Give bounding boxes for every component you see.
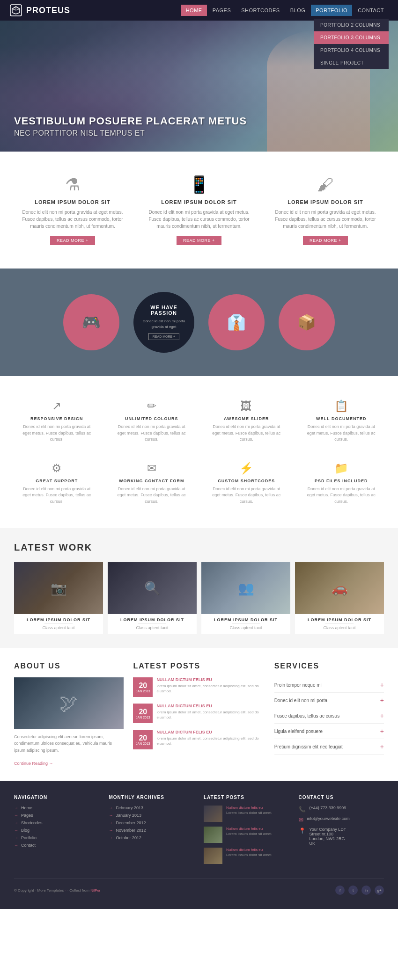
work-title-3: LOREM IPSUM DOLOR SIT bbox=[205, 617, 287, 622]
continue-reading-link[interactable]: Continue Reading → bbox=[14, 761, 53, 766]
dropdown-portfolio-4[interactable]: PORTFOLIO 4 COLUMNS bbox=[314, 44, 389, 57]
why-title-6: WORKING CONTACT FORM bbox=[114, 479, 190, 483]
footer-archive-oct-2012-label: October 2012 bbox=[116, 835, 142, 840]
footer-archives-col: MONTHLY ARCHIVES February 2013 January 2… bbox=[109, 795, 195, 869]
footer-contact-phone: 📞 (+44) 773 339 9999 bbox=[299, 806, 384, 813]
work-item-1[interactable]: 📷 LOREM IPSUM DOLOR SIT Class aptent tac… bbox=[14, 562, 103, 634]
nav-shortcodes[interactable]: SHORTCODES bbox=[236, 5, 284, 16]
post-title-1[interactable]: NULLAM DICTUM FELIS EU bbox=[156, 677, 265, 682]
gamepad-icon: 🎮 bbox=[82, 313, 101, 331]
footer-nav-home[interactable]: Home bbox=[14, 806, 100, 810]
service-label-5: Pretium dignissim elit nec feugiat bbox=[274, 744, 343, 749]
work-sub-1: Class aptent tacit bbox=[18, 625, 99, 630]
footer-nav-shortcodes[interactable]: Shortcodes bbox=[14, 820, 100, 825]
why-title-8: PSD FILES INCLUDED bbox=[303, 479, 380, 483]
passion-section: 🎮 WE HAVE PASSION Donec id elit non mi p… bbox=[0, 269, 398, 376]
work-divider-2 bbox=[138, 624, 166, 624]
feature-item-1: ⚗ LOREM IPSUM DOLOR SIT Donec id elit no… bbox=[14, 170, 131, 250]
footer-nav-pages[interactable]: Pages bbox=[14, 813, 100, 818]
nav-blog[interactable]: BLOG bbox=[286, 5, 310, 16]
passion-text: Donec id elit non mi porta gravida at eg… bbox=[140, 319, 187, 329]
service-item-4[interactable]: Ligula eleifend posuere + bbox=[274, 724, 384, 739]
nav-home[interactable]: HOME bbox=[181, 5, 207, 16]
footer-social: f t in g+ bbox=[335, 886, 384, 895]
footer-bottom: © Copyright - More Templates - - Collect… bbox=[14, 878, 384, 895]
passion-center-circle: WE HAVE PASSION Donec id elit non mi por… bbox=[133, 292, 194, 353]
post-item-3: 20 JAN 2013 NULLAM DICTUM FELIS EU lorem… bbox=[133, 730, 265, 749]
service-item-3[interactable]: Fusce dapibus, tellus ac cursus + bbox=[274, 708, 384, 724]
passion-circle-tie: 👔 bbox=[208, 294, 265, 350]
dropdown-single-project[interactable]: SINGLE PROJECT bbox=[314, 57, 389, 69]
copyright-text: © Copyright - More Templates bbox=[14, 888, 64, 893]
footer-archive-nov-2012[interactable]: November 2012 bbox=[109, 828, 195, 833]
about-title: ABOUT US bbox=[14, 662, 124, 670]
dropdown-portfolio-2[interactable]: PORTFOLIO 2 COLUMNS bbox=[314, 19, 389, 31]
work-item-4[interactable]: 🚗 LOREM IPSUM DOLOR SIT Class aptent tac… bbox=[295, 562, 384, 634]
work-divider-3 bbox=[232, 624, 260, 624]
work-item-2[interactable]: 🔍 LOREM IPSUM DOLOR SIT Class aptent tac… bbox=[108, 562, 197, 634]
service-item-5[interactable]: Pretium dignissim elit nec feugiat + bbox=[274, 739, 384, 755]
footer-archives-title: MONTHLY ARCHIVES bbox=[109, 795, 195, 800]
post-date-month-2: JAN 2013 bbox=[136, 716, 150, 719]
psd-icon: 📁 bbox=[303, 462, 380, 475]
why-item-3: 🖼 AWESOME SLIDER Donec id elit non mi po… bbox=[204, 395, 289, 448]
work-divider-1 bbox=[44, 624, 73, 624]
social-linkedin[interactable]: in bbox=[361, 886, 371, 895]
feature-icon-3: 🖌 bbox=[272, 175, 379, 195]
service-item-1[interactable]: Proin tempor neque mi + bbox=[274, 677, 384, 693]
post-date-2: 20 JAN 2013 bbox=[133, 704, 153, 723]
social-googleplus[interactable]: g+ bbox=[375, 886, 384, 895]
post-text-3: lorem ipsum dolor sit amet, consectetur … bbox=[156, 736, 265, 746]
svg-line-3 bbox=[16, 9, 20, 10]
footer-archive-feb-2013-label: February 2013 bbox=[116, 806, 144, 810]
why-title-2: UNLIMITED COLOURS bbox=[114, 416, 190, 421]
why-text-1: Donec id elit non mi porta gravida at eg… bbox=[19, 424, 95, 443]
nav-portfolio[interactable]: PORTFOLIO bbox=[311, 5, 352, 16]
footer-post-2[interactable]: Nullam dictum felis eu Lorem ipsum dolor… bbox=[204, 827, 289, 843]
feature-title-3: LOREM IPSUM DOLOR SIT bbox=[272, 199, 379, 205]
footer-navigation-col: NAVIGATION Home Pages Shortcodes Blog Po… bbox=[14, 795, 100, 869]
feature-readmore-2[interactable]: Read more + bbox=[177, 236, 221, 245]
footer-nav-blog[interactable]: Blog bbox=[14, 828, 100, 833]
latest-posts-col: LATEST POSTS 20 JAN 2013 NULLAM DICTUM F… bbox=[133, 662, 265, 767]
work-thumb-2: 🔍 bbox=[108, 562, 197, 614]
why-title-1: RESPONSIVE DESIGN bbox=[19, 416, 95, 421]
footer-post-sub-1: Lorem ipsum dolor sit amet. bbox=[226, 811, 273, 815]
service-label-4: Ligula eleifend posuere bbox=[274, 729, 323, 734]
footer-post-thumb-3 bbox=[204, 848, 222, 864]
feature-readmore-1[interactable]: Read more + bbox=[50, 236, 95, 245]
logo[interactable]: PROTEUS bbox=[9, 4, 70, 17]
footer-archive-dec-2012[interactable]: December 2012 bbox=[109, 820, 195, 825]
copyright-link2[interactable]: NilFer bbox=[90, 888, 100, 893]
nav-contact[interactable]: CONTACT bbox=[353, 5, 389, 16]
footer-nav-portfolio[interactable]: Portfolio bbox=[14, 835, 100, 840]
social-twitter[interactable]: t bbox=[348, 886, 358, 895]
location-icon: 📍 bbox=[299, 828, 306, 834]
feature-readmore-3[interactable]: Read more + bbox=[303, 236, 348, 245]
work-title-1: LOREM IPSUM DOLOR SIT bbox=[18, 617, 99, 622]
footer-posts-title: LATEST POSTS bbox=[204, 795, 289, 800]
footer-archive-feb-2013[interactable]: February 2013 bbox=[109, 806, 195, 810]
work-item-3[interactable]: 👥 LOREM IPSUM DOLOR SIT Class aptent tac… bbox=[201, 562, 290, 634]
post-title-2[interactable]: NULLAM DICTUM FELIS EU bbox=[156, 704, 265, 708]
feature-item-3: 🖌 LOREM IPSUM DOLOR SIT Donec id elit no… bbox=[267, 170, 384, 250]
passion-readmore-btn[interactable]: READ MORE + bbox=[148, 333, 179, 340]
dropdown-portfolio-3[interactable]: PORTFOLIO 3 COLUMNS bbox=[314, 31, 389, 44]
post-title-3[interactable]: NULLAM DICTUM FELIS EU bbox=[156, 730, 265, 734]
footer-post-1[interactable]: Nullam dictum felis eu Lorem ipsum dolor… bbox=[204, 806, 289, 822]
why-item-1: ↗ RESPONSIVE DESIGN Donec id elit non mi… bbox=[14, 395, 100, 448]
work-sub-2: Class aptent tacit bbox=[111, 625, 193, 630]
service-item-2[interactable]: Donec id elit non mi porta + bbox=[274, 693, 384, 708]
service-plus-4: + bbox=[380, 727, 384, 735]
footer-archive-jan-2013[interactable]: January 2013 bbox=[109, 813, 195, 818]
footer-post-3[interactable]: Nullam dictum felis eu Lorem ipsum dolor… bbox=[204, 848, 289, 864]
social-facebook[interactable]: f bbox=[335, 886, 345, 895]
footer-contact-email[interactable]: ✉ info@yourwebsite.com bbox=[299, 816, 384, 823]
why-item-5: ⚙ GREAT SUPPORT Donec id elit non mi por… bbox=[14, 457, 100, 510]
footer-nav-contact[interactable]: Contact bbox=[14, 843, 100, 848]
nav-pages[interactable]: PAGES bbox=[208, 5, 236, 16]
footer-copyright: © Copyright - More Templates - - Collect… bbox=[14, 888, 101, 893]
responsive-icon: ↗ bbox=[19, 399, 95, 413]
footer-contact-col: CONTACT US 📞 (+44) 773 339 9999 ✉ info@y… bbox=[299, 795, 384, 869]
footer-archive-oct-2012[interactable]: October 2012 bbox=[109, 835, 195, 840]
